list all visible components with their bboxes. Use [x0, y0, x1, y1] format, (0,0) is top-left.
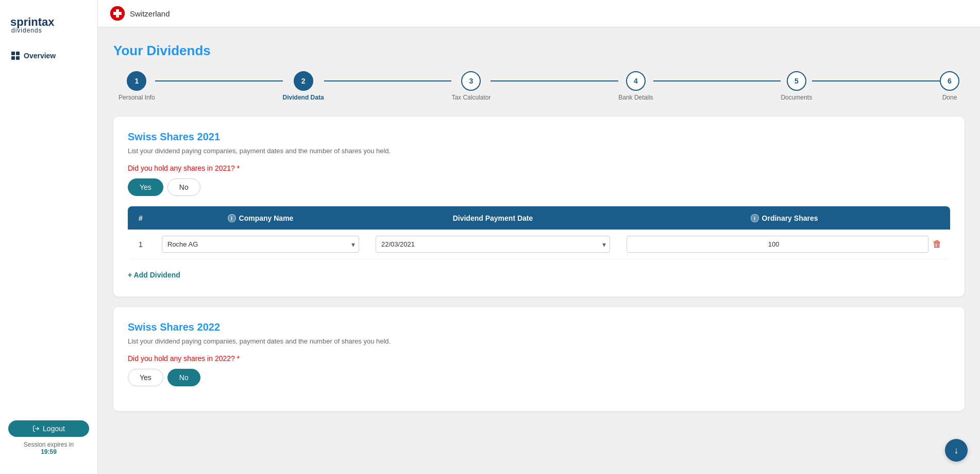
step-label-5: Documents	[781, 94, 812, 101]
sidebar-item-overview-label: Overview	[24, 52, 56, 60]
step-label-3: Tax Calculator	[451, 94, 491, 101]
logout-icon	[32, 425, 40, 432]
step-4: 4 Bank Details	[618, 71, 653, 101]
dividend-table-2021: # i Company Name Dividend Payment Date	[128, 206, 950, 259]
shares-question-2021: Did you hold any shares in 2021? *	[128, 164, 950, 172]
page-body: Your Dividends 1 Personal Info 2 Dividen…	[98, 27, 980, 474]
step-1: 1 Personal Info	[119, 71, 155, 101]
add-dividend-button[interactable]: + Add Dividend	[128, 268, 180, 282]
svg-rect-3	[16, 56, 20, 60]
logo-area: sprintax dividends	[0, 10, 97, 46]
card-2022-title: Swiss Shares 2022	[128, 321, 950, 333]
toggle-group-2022: Yes No	[128, 369, 950, 386]
step-circle-4: 4	[626, 71, 646, 91]
toggle-no-2021[interactable]: No	[167, 178, 200, 196]
grid-icon	[11, 52, 20, 60]
toggle-no-2022[interactable]: No	[167, 369, 200, 386]
date-select[interactable]: 22/03/2021	[376, 236, 610, 253]
country-flag	[110, 6, 125, 21]
col-header-shares: i Ordinary Shares	[618, 206, 950, 230]
connector-3-4	[491, 80, 618, 81]
connector-4-5	[653, 80, 781, 81]
row-company[interactable]: Roche AG ▾	[154, 230, 367, 259]
row-date[interactable]: 22/03/2021 ▾	[367, 230, 618, 259]
toggle-yes-2021[interactable]: Yes	[128, 178, 163, 196]
row-shares: 🗑	[618, 230, 950, 259]
session-timer: 19:59	[41, 448, 57, 455]
table-row: 1 Roche AG ▾	[128, 230, 950, 259]
step-circle-1: 1	[127, 71, 146, 91]
sidebar-item-overview[interactable]: Overview	[5, 46, 92, 65]
step-label-1: Personal Info	[119, 94, 155, 101]
company-info-icon: i	[228, 214, 236, 222]
main-content: Switzerland Your Dividends 1 Personal In…	[98, 0, 980, 474]
col-header-number: #	[128, 206, 154, 230]
step-6: 6 Done	[940, 71, 959, 101]
company-select[interactable]: Roche AG	[162, 236, 359, 253]
connector-5-6	[812, 80, 940, 81]
card-2021: Swiss Shares 2021 List your dividend pay…	[113, 117, 965, 297]
shares-info-icon: i	[751, 214, 759, 222]
step-5: 5 Documents	[781, 71, 812, 101]
step-label-4: Bank Details	[618, 94, 653, 101]
sidebar: sprintax dividends Overview Logout Sessi…	[0, 0, 98, 474]
logout-button[interactable]: Logout	[8, 420, 89, 437]
svg-rect-0	[11, 52, 15, 55]
topbar: Switzerland	[98, 0, 980, 27]
step-3: 3 Tax Calculator	[451, 71, 491, 101]
date-select-wrapper: 22/03/2021 ▾	[376, 236, 610, 253]
step-circle-2: 2	[294, 71, 313, 91]
logout-label: Logout	[43, 424, 65, 433]
connector-2-3	[324, 80, 452, 81]
col-header-date: Dividend Payment Date	[367, 206, 618, 230]
session-expires-text: Session expires in 19:59	[8, 441, 89, 455]
toggle-group-2021: Yes No	[128, 178, 950, 196]
card-2021-subtitle: List your dividend paying companies, pay…	[128, 147, 950, 155]
step-label-6: Done	[942, 94, 957, 101]
svg-rect-7	[113, 12, 122, 15]
swiss-flag-icon	[110, 6, 125, 21]
stepper: 1 Personal Info 2 Dividend Data 3 Tax Ca…	[113, 71, 965, 101]
card-2022: Swiss Shares 2022 List your dividend pay…	[113, 307, 965, 411]
sidebar-bottom: Logout Session expires in 19:59	[0, 412, 97, 464]
page-title: Your Dividends	[113, 43, 965, 59]
shares-question-2022: Did you hold any shares in 2022? *	[128, 354, 950, 363]
card-2021-title: Swiss Shares 2021	[128, 131, 950, 143]
company-select-wrapper: Roche AG ▾	[162, 236, 359, 253]
step-circle-3: 3	[461, 71, 481, 91]
col-header-company: i Company Name	[154, 206, 367, 230]
step-circle-6: 6	[940, 71, 959, 91]
row-index: 1	[128, 230, 154, 259]
step-2: 2 Dividend Data	[283, 71, 324, 101]
svg-rect-1	[16, 52, 20, 55]
country-name: Switzerland	[130, 9, 170, 18]
card-2022-subtitle: List your dividend paying companies, pay…	[128, 337, 950, 345]
step-label-2: Dividend Data	[283, 94, 324, 101]
toggle-yes-2022[interactable]: Yes	[128, 369, 163, 386]
scroll-to-bottom-button[interactable]: ↓	[945, 439, 968, 462]
delete-row-button[interactable]: 🗑	[933, 239, 942, 250]
sidebar-nav: Overview	[0, 46, 97, 412]
connector-1-2	[155, 80, 283, 81]
shares-input[interactable]	[627, 236, 928, 253]
logo-x: x	[48, 15, 54, 28]
svg-rect-2	[11, 56, 15, 60]
step-circle-5: 5	[787, 71, 806, 91]
